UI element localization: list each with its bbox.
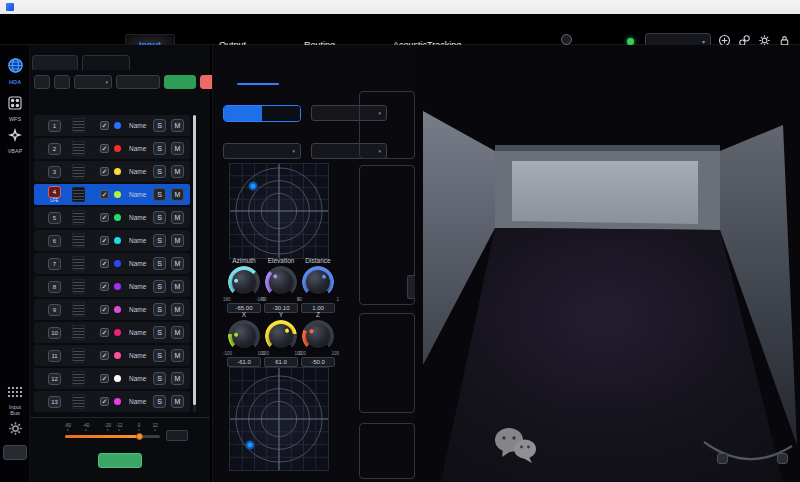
track-row-4[interactable]: 4LFE✓NameSM (34, 184, 190, 205)
preset-select[interactable]: ▾ (74, 75, 112, 89)
xy-pad-top[interactable] (229, 163, 329, 259)
rail-item-hoa[interactable]: HOA (0, 57, 30, 85)
track-visible-checkbox[interactable]: ✓ (100, 259, 109, 268)
track-visible-checkbox[interactable]: ✓ (100, 121, 109, 130)
solo-button[interactable]: S (153, 280, 166, 293)
solo-button[interactable]: S (153, 234, 166, 247)
solo-button[interactable]: S (153, 349, 166, 362)
track-row-13[interactable]: 13✓NameSM (34, 391, 190, 412)
add-track-button[interactable] (34, 75, 50, 89)
remove-track-button[interactable] (54, 75, 70, 89)
solo-button[interactable]: S (153, 326, 166, 339)
mini-fader-icon[interactable] (72, 164, 85, 179)
solo-button[interactable]: S (153, 372, 166, 385)
rail-item-input-bus[interactable]: InputBus (0, 385, 30, 416)
gain-slider[interactable] (65, 435, 160, 438)
track-name[interactable]: Name (129, 260, 146, 267)
track-row-7[interactable]: 7✓NameSM (34, 253, 190, 274)
mini-fader-icon[interactable] (72, 187, 85, 202)
solo-button[interactable]: S (153, 257, 166, 270)
mini-fader-icon[interactable] (72, 233, 85, 248)
rail-item-gear[interactable] (0, 421, 30, 440)
render-button[interactable] (98, 453, 142, 468)
track-name[interactable]: Name (129, 398, 146, 405)
track-row-6[interactable]: 6✓NameSM (34, 230, 190, 251)
mini-fader-icon[interactable] (72, 279, 85, 294)
track-type-direct[interactable] (262, 106, 300, 121)
knob-value[interactable]: 61.0 (264, 357, 298, 367)
rotate-right-button[interactable] (777, 453, 788, 464)
mini-fader-icon[interactable] (72, 210, 85, 225)
track-visible-checkbox[interactable]: ✓ (100, 144, 109, 153)
switch-button[interactable] (3, 445, 27, 460)
knob-y[interactable]: Y-10010061.0 (264, 311, 298, 367)
track-row-11[interactable]: 11✓NameSM (34, 345, 190, 366)
import-button[interactable] (164, 75, 196, 89)
track-visible-checkbox[interactable]: ✓ (100, 190, 109, 199)
track-visible-checkbox[interactable]: ✓ (100, 167, 109, 176)
mute-button[interactable]: M (171, 326, 184, 339)
mute-button[interactable]: M (171, 280, 184, 293)
solo-button[interactable]: S (153, 142, 166, 155)
track-visible-checkbox[interactable]: ✓ (100, 374, 109, 383)
gain-slider-thumb[interactable] (136, 433, 143, 440)
solo-button[interactable]: S (153, 188, 166, 201)
source-routing-select[interactable]: ▾ (223, 143, 301, 159)
track-visible-checkbox[interactable]: ✓ (100, 351, 109, 360)
track-name[interactable]: Name (129, 122, 146, 129)
mute-button[interactable]: M (171, 303, 184, 316)
track-row-5[interactable]: 5✓NameSM (34, 207, 190, 228)
mute-button[interactable]: M (171, 234, 184, 247)
track-row-1[interactable]: 1✓NameSM (34, 115, 190, 136)
track-type-object[interactable] (224, 106, 262, 121)
knob-z[interactable]: Z-100100-50.0 (301, 311, 335, 367)
track-row-2[interactable]: 2✓NameSM (34, 138, 190, 159)
mini-fader-icon[interactable] (72, 256, 85, 271)
knob-value[interactable]: -61.0 (227, 357, 261, 367)
mini-fader-icon[interactable] (72, 325, 85, 340)
track-name[interactable]: Name (129, 237, 146, 244)
mute-button[interactable]: M (171, 119, 184, 132)
mute-button[interactable]: M (171, 349, 184, 362)
track-name[interactable]: Name (129, 375, 146, 382)
pad-position-dot[interactable] (245, 440, 254, 449)
track-name[interactable]: Name (129, 168, 146, 175)
mute-button[interactable]: M (171, 211, 184, 224)
solo-button[interactable]: S (153, 395, 166, 408)
mute-button[interactable]: M (171, 395, 184, 408)
track-name[interactable]: Name (129, 191, 146, 198)
mute-button[interactable]: M (171, 142, 184, 155)
tab-grouplist[interactable] (82, 55, 130, 70)
tracklist-scrollbar[interactable] (193, 115, 196, 412)
track-name[interactable]: Name (129, 329, 146, 336)
hoa-panel-button[interactable] (116, 75, 160, 89)
knob-x[interactable]: X-100100-61.0 (227, 311, 261, 367)
track-name[interactable]: Name (129, 306, 146, 313)
track-name[interactable]: Name (129, 214, 146, 221)
track-row-12[interactable]: 12✓NameSM (34, 368, 190, 389)
mini-fader-icon[interactable] (72, 118, 85, 133)
mini-fader-icon[interactable] (72, 302, 85, 317)
track-row-3[interactable]: 3✓NameSM (34, 161, 190, 182)
mini-fader-icon[interactable] (72, 394, 85, 409)
track-row-8[interactable]: 8✓NameSM (34, 276, 190, 297)
track-name[interactable]: Name (129, 283, 146, 290)
mini-fader-icon[interactable] (72, 141, 85, 156)
track-name[interactable]: Name (129, 352, 146, 359)
pad-position-dot[interactable] (248, 181, 257, 190)
gain-value[interactable] (166, 430, 188, 441)
track-visible-checkbox[interactable]: ✓ (100, 328, 109, 337)
track-visible-checkbox[interactable]: ✓ (100, 305, 109, 314)
solo-button[interactable]: S (153, 165, 166, 178)
track-row-9[interactable]: 9✓NameSM (34, 299, 190, 320)
track-visible-checkbox[interactable]: ✓ (100, 236, 109, 245)
knob-elevation[interactable]: Elevation-9090-30.10 (264, 257, 298, 313)
track-visible-checkbox[interactable]: ✓ (100, 282, 109, 291)
rail-item-vbap[interactable]: VBAP (0, 127, 30, 154)
mute-button[interactable]: M (171, 188, 184, 201)
track-name[interactable]: Name (129, 145, 146, 152)
mini-fader-icon[interactable] (72, 371, 85, 386)
rail-item-wfs[interactable]: WFS (0, 95, 30, 122)
solo-button[interactable]: S (153, 303, 166, 316)
mute-button[interactable]: M (171, 165, 184, 178)
